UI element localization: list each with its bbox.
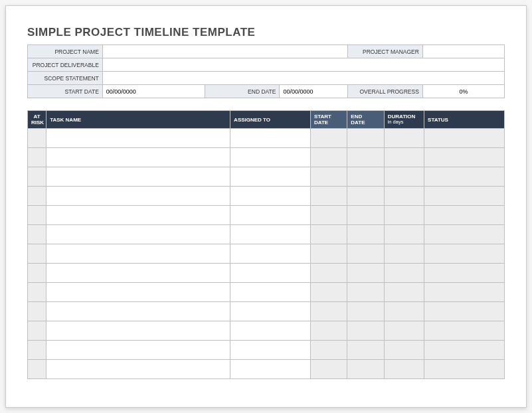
cell-task-name[interactable] (46, 283, 230, 302)
cell-assigned-to[interactable] (230, 283, 311, 302)
cell-task-name[interactable] (46, 206, 230, 225)
cell-task-name[interactable] (46, 244, 230, 264)
cell-end-date[interactable] (347, 129, 384, 148)
cell-at-risk[interactable] (28, 225, 46, 244)
cell-start-date[interactable] (310, 360, 347, 379)
table-row (28, 148, 505, 167)
cell-assigned-to[interactable] (230, 264, 311, 283)
cell-status[interactable] (424, 187, 505, 206)
cell-task-name[interactable] (46, 187, 230, 206)
cell-status[interactable] (424, 264, 505, 283)
cell-at-risk[interactable] (28, 341, 46, 360)
cell-task-name[interactable] (46, 148, 230, 167)
cell-status[interactable] (424, 341, 505, 360)
cell-at-risk[interactable] (28, 244, 46, 264)
cell-status[interactable] (424, 321, 505, 341)
cell-status[interactable] (424, 129, 505, 148)
cell-status[interactable] (424, 360, 505, 379)
cell-duration[interactable] (384, 225, 424, 244)
cell-at-risk[interactable] (28, 360, 46, 379)
cell-start-date[interactable] (310, 225, 347, 244)
cell-end-date[interactable] (347, 302, 384, 321)
cell-status[interactable] (424, 148, 505, 167)
cell-task-name[interactable] (46, 302, 230, 321)
cell-at-risk[interactable] (28, 129, 46, 148)
cell-end-date[interactable] (347, 206, 384, 225)
cell-assigned-to[interactable] (230, 360, 311, 379)
cell-assigned-to[interactable] (230, 321, 311, 341)
project-name-field[interactable] (102, 45, 347, 58)
cell-end-date[interactable] (347, 264, 384, 283)
cell-status[interactable] (424, 167, 505, 187)
cell-end-date[interactable] (347, 283, 384, 302)
cell-start-date[interactable] (310, 129, 347, 148)
cell-start-date[interactable] (310, 206, 347, 225)
cell-at-risk[interactable] (28, 148, 46, 167)
cell-task-name[interactable] (46, 360, 230, 379)
cell-duration[interactable] (384, 283, 424, 302)
cell-at-risk[interactable] (28, 264, 46, 283)
cell-duration[interactable] (384, 206, 424, 225)
cell-at-risk[interactable] (28, 167, 46, 187)
cell-assigned-to[interactable] (230, 302, 311, 321)
cell-duration[interactable] (384, 321, 424, 341)
cell-duration[interactable] (384, 167, 424, 187)
cell-at-risk[interactable] (28, 283, 46, 302)
cell-start-date[interactable] (310, 321, 347, 341)
start-date-field[interactable]: 00/00/0000 (102, 85, 205, 98)
cell-assigned-to[interactable] (230, 206, 311, 225)
cell-start-date[interactable] (310, 187, 347, 206)
end-date-field[interactable]: 00/00/0000 (280, 85, 348, 98)
cell-duration[interactable] (384, 302, 424, 321)
cell-assigned-to[interactable] (230, 129, 311, 148)
cell-duration[interactable] (384, 244, 424, 264)
cell-task-name[interactable] (46, 264, 230, 283)
cell-end-date[interactable] (347, 360, 384, 379)
cell-status[interactable] (424, 206, 505, 225)
cell-duration[interactable] (384, 129, 424, 148)
cell-assigned-to[interactable] (230, 244, 311, 264)
cell-at-risk[interactable] (28, 321, 46, 341)
cell-start-date[interactable] (310, 341, 347, 360)
cell-end-date[interactable] (347, 244, 384, 264)
overall-progress-field[interactable]: 0% (422, 85, 504, 98)
cell-end-date[interactable] (347, 225, 384, 244)
cell-at-risk[interactable] (28, 302, 46, 321)
cell-status[interactable] (424, 283, 505, 302)
cell-assigned-to[interactable] (230, 167, 311, 187)
scope-statement-field[interactable] (102, 72, 504, 85)
cell-assigned-to[interactable] (230, 225, 311, 244)
cell-assigned-to[interactable] (230, 148, 311, 167)
cell-task-name[interactable] (46, 341, 230, 360)
cell-end-date[interactable] (347, 187, 384, 206)
cell-at-risk[interactable] (28, 187, 46, 206)
cell-end-date[interactable] (347, 341, 384, 360)
cell-start-date[interactable] (310, 283, 347, 302)
cell-assigned-to[interactable] (230, 187, 311, 206)
cell-end-date[interactable] (347, 167, 384, 187)
project-deliverable-field[interactable] (102, 58, 504, 72)
cell-duration[interactable] (384, 187, 424, 206)
cell-task-name[interactable] (46, 129, 230, 148)
cell-start-date[interactable] (310, 148, 347, 167)
cell-duration[interactable] (384, 360, 424, 379)
cell-start-date[interactable] (310, 244, 347, 264)
cell-task-name[interactable] (46, 167, 230, 187)
project-manager-field[interactable] (422, 45, 504, 58)
header-duration: DURATION in days (384, 111, 424, 129)
cell-at-risk[interactable] (28, 206, 46, 225)
cell-task-name[interactable] (46, 321, 230, 341)
cell-start-date[interactable] (310, 264, 347, 283)
cell-status[interactable] (424, 302, 505, 321)
cell-status[interactable] (424, 225, 505, 244)
cell-end-date[interactable] (347, 148, 384, 167)
cell-start-date[interactable] (310, 302, 347, 321)
cell-assigned-to[interactable] (230, 341, 311, 360)
cell-task-name[interactable] (46, 225, 230, 244)
cell-end-date[interactable] (347, 321, 384, 341)
cell-duration[interactable] (384, 341, 424, 360)
cell-duration[interactable] (384, 148, 424, 167)
cell-status[interactable] (424, 244, 505, 264)
cell-start-date[interactable] (310, 167, 347, 187)
cell-duration[interactable] (384, 264, 424, 283)
